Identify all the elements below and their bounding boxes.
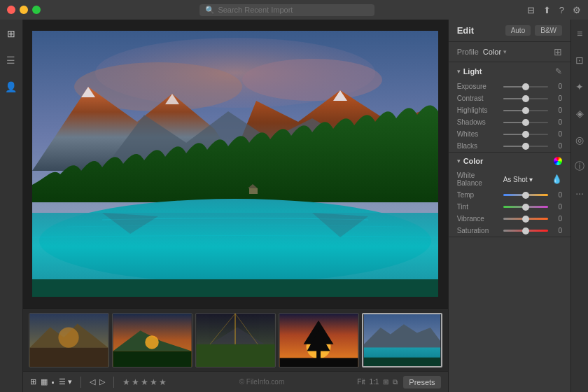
star-rating[interactable]: ★ ★ ★ ★ ★ <box>122 377 167 387</box>
shadows-track[interactable] <box>503 122 548 123</box>
exposure-value: 0 <box>552 83 562 90</box>
bw-button[interactable]: B&W <box>535 25 562 36</box>
thumbnail-2[interactable] <box>112 313 192 368</box>
square-view-icon[interactable]: ▪ <box>52 378 55 386</box>
presets-button[interactable]: Presets <box>403 376 440 388</box>
edit-header: Edit Auto B&W <box>449 20 570 42</box>
maximize-button[interactable] <box>32 6 41 14</box>
title-icons: ⊟ ⬆ ? ⚙ <box>527 5 581 15</box>
star-3[interactable]: ★ <box>141 377 148 387</box>
profile-label: Profile <box>457 48 479 56</box>
profile-value-container[interactable]: Color ▾ <box>483 48 507 56</box>
prev-icon[interactable]: ◁ <box>90 377 95 386</box>
copyright-text: © FileInfo.com <box>172 378 352 386</box>
search-bar: 🔍 <box>48 4 527 16</box>
landscape-image <box>32 31 438 297</box>
blacks-track[interactable] <box>503 146 548 147</box>
filter-icon[interactable]: ⊟ <box>527 5 535 15</box>
temp-thumb[interactable] <box>522 192 529 199</box>
search-input[interactable] <box>218 6 358 14</box>
blacks-thumb[interactable] <box>522 143 529 150</box>
main-layout: ⊞ ☰ 👤 <box>0 20 588 392</box>
contrast-thumb[interactable] <box>522 95 529 102</box>
toolbar-gradient-icon[interactable]: ◈ <box>571 105 588 122</box>
thumbnail-1[interactable] <box>29 313 109 368</box>
right-panel: Edit Auto B&W Profile Color ▾ ⊞ ▾ Light … <box>448 20 570 392</box>
profile-chevron-icon: ▾ <box>503 48 507 55</box>
highlights-thumb[interactable] <box>522 107 529 114</box>
thumbnail-5[interactable] <box>362 313 442 368</box>
tint-thumb[interactable] <box>522 204 529 211</box>
blacks-label: Blacks <box>457 142 499 150</box>
zoom-icon[interactable]: ⧉ <box>393 378 398 386</box>
vibrance-value: 0 <box>552 215 562 223</box>
saturation-thumb[interactable] <box>522 227 529 234</box>
help-icon[interactable]: ? <box>559 5 564 15</box>
whites-thumb[interactable] <box>522 131 529 138</box>
white-balance-row: White Balance As Shot ▾ 💧 <box>449 169 570 189</box>
temp-row: Temp 0 <box>449 189 570 201</box>
highlights-label: Highlights <box>457 106 499 114</box>
sidebar-icon-list[interactable]: ☰ <box>3 52 20 69</box>
star-5[interactable]: ★ <box>159 377 167 387</box>
whites-value: 0 <box>552 130 562 138</box>
minimize-button[interactable] <box>20 6 28 14</box>
wb-chevron-icon: ▾ <box>529 176 533 183</box>
vibrance-thumb[interactable] <box>522 216 529 223</box>
light-edit-icon[interactable]: ✎ <box>555 66 562 76</box>
separator-2 <box>113 377 114 388</box>
exposure-row: Exposure 0 <box>449 80 570 92</box>
shadows-label: Shadows <box>457 118 499 126</box>
thumbnail-3[interactable] <box>195 313 276 368</box>
svg-rect-24 <box>113 351 191 366</box>
left-sidebar: ⊞ ☰ 👤 <box>0 20 23 392</box>
auto-button[interactable]: Auto <box>505 25 531 36</box>
light-section-header[interactable]: ▾ Light ✎ <box>449 62 570 80</box>
toolbar-sliders-icon[interactable]: ≡ <box>571 25 588 42</box>
thumbnail-4[interactable] <box>279 313 359 368</box>
saturation-track[interactable] <box>503 230 548 232</box>
profile-row: Profile Color ▾ ⊞ <box>449 42 570 62</box>
next-icon[interactable]: ▷ <box>99 377 105 386</box>
toolbar-more-icon[interactable]: ··· <box>571 185 588 202</box>
exposure-label: Exposure <box>457 83 499 90</box>
share-icon[interactable]: ⬆ <box>543 5 551 15</box>
temp-track[interactable] <box>503 194 548 196</box>
search-wrapper: 🔍 <box>200 4 374 16</box>
compact-view-icon[interactable]: ▦ <box>41 377 48 386</box>
star-2[interactable]: ★ <box>132 377 139 387</box>
toolbar-brush-icon[interactable]: ✦ <box>571 78 588 95</box>
settings-icon[interactable]: ⚙ <box>573 5 581 15</box>
contrast-track[interactable] <box>503 98 548 99</box>
eyedropper-icon[interactable]: 💧 <box>552 174 562 184</box>
exposure-thumb[interactable] <box>522 83 529 90</box>
view-icons: ⊞ ▦ ▪ ☰ ▾ <box>30 377 72 386</box>
highlights-track[interactable] <box>503 110 548 111</box>
shadows-thumb[interactable] <box>522 119 529 126</box>
color-section-header[interactable]: ▾ Color <box>449 153 570 169</box>
toolbar-redeye-icon[interactable]: ◎ <box>571 132 588 148</box>
list-view-chevron[interactable]: ☰ ▾ <box>59 377 72 386</box>
exposure-track[interactable] <box>503 86 548 88</box>
vibrance-track[interactable] <box>503 218 548 220</box>
tint-row: Tint 0 <box>449 201 570 213</box>
grid-icon-2[interactable]: ⊞ <box>383 378 388 386</box>
star-4[interactable]: ★ <box>150 377 158 387</box>
star-1[interactable]: ★ <box>122 377 130 387</box>
wb-value-container[interactable]: As Shot ▾ <box>503 176 533 183</box>
close-button[interactable] <box>7 6 15 14</box>
sidebar-icon-grid[interactable]: ⊞ <box>3 25 20 42</box>
toolbar-info-icon[interactable]: ⓘ <box>571 158 588 175</box>
svg-point-21 <box>58 327 78 347</box>
light-section-title: Light <box>463 67 482 76</box>
sidebar-icon-people[interactable]: 👤 <box>3 78 20 95</box>
profile-grid-icon[interactable]: ⊞ <box>554 46 562 57</box>
highlights-row: Highlights 0 <box>449 104 570 116</box>
toolbar-crop-icon[interactable]: ⊡ <box>571 52 588 69</box>
highlights-value: 0 <box>552 106 562 114</box>
svg-rect-16 <box>249 188 258 194</box>
contrast-row: Contrast 0 <box>449 92 570 104</box>
tint-track[interactable] <box>503 206 548 208</box>
grid-view-icon[interactable]: ⊞ <box>30 377 36 386</box>
whites-track[interactable] <box>503 134 548 135</box>
